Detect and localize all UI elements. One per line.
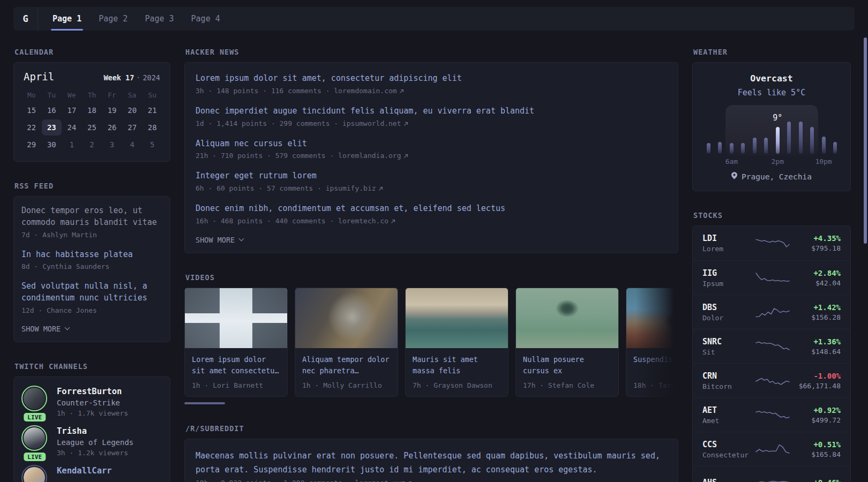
rss-item-title[interactable]: Donec tempor eros leo, ut commodo mauris…	[21, 205, 162, 229]
stock-id: IIG Ipsum	[702, 268, 752, 288]
video-title[interactable]: Lorem ipsum dolor sit amet consectetu…	[192, 354, 280, 376]
rss-item-title[interactable]: Sed volutpat nulla nisl, a condimentum n…	[21, 281, 162, 304]
hn-item-meta: 1d · 1,414 points · 299 comments · ipsum…	[196, 119, 667, 127]
tab-page-2[interactable]: Page 2	[97, 7, 129, 31]
calendar-day: 30	[42, 137, 62, 153]
dashboard-page: G Page 1 Page 2 Page 3 Page 4 CALENDAR	[0, 0, 868, 482]
stock-row[interactable]: IIG Ipsum +2.84% $42.04	[693, 260, 850, 295]
channel-meta: 3h · 1.2k viewers	[57, 449, 133, 457]
twitch-channel-row[interactable]: LIVE Trisha League of Legends 3h · 1.2k …	[23, 426, 161, 457]
video-card[interactable]: Suspendisse diam 18h · Tara	[626, 288, 678, 397]
twitch-channel-row[interactable]: LIVE ForrestBurton Counter-Strike 1h · 1…	[23, 387, 161, 417]
avatar[interactable]	[24, 388, 45, 409]
page-scrollbar[interactable]	[864, 37, 867, 244]
hn-item-title[interactable]: Integer eget rutrum lorem	[196, 170, 667, 182]
hn-item-domain[interactable]: ipsumworld.net	[342, 119, 401, 127]
subreddit-post-domain[interactable]: loremnet.xyz	[355, 479, 405, 482]
separator-dot: ·	[136, 73, 140, 82]
video-thumbnail-misty-field-figure[interactable]	[626, 288, 678, 348]
avatar[interactable]	[24, 427, 45, 449]
hn-item-title[interactable]: Lorem ipsum dolor sit amet, consectetur …	[196, 73, 667, 85]
video-meta: 1h · Molly Carrillo	[302, 381, 391, 389]
weather-hour-bar	[822, 137, 826, 154]
hn-item-meta: 3h · 148 points · 116 comments · loremdo…	[196, 87, 667, 95]
hn-item-domain[interactable]: loremlandia.org	[338, 152, 401, 160]
rss-card: Donec tempor eros leo, ut commodo mauris…	[13, 196, 170, 342]
subreddit-post-title[interactable]: Maecenas mollis pulvinar erat non posuer…	[196, 449, 667, 477]
hn-item-domain[interactable]: loremtech.co	[338, 217, 388, 225]
hn-item-title[interactable]: Donec imperdiet augue tincidunt felis al…	[196, 106, 667, 117]
weekday-label: Th	[82, 91, 102, 99]
stock-row[interactable]: LDI Lorem +4.35% $795.18	[693, 226, 850, 260]
tab-page-1[interactable]: Page 1	[51, 7, 83, 31]
section-title-rss: RSS FEED	[14, 181, 170, 191]
rss-item-title[interactable]: In hac habitasse platea	[21, 249, 162, 261]
calendar-day: 20	[122, 102, 143, 118]
section-title-weather: WEATHER	[693, 47, 851, 57]
videos-section: VIDEOS Lorem ipsum dolor sit amet consec…	[184, 273, 678, 404]
stock-row[interactable]: SNRC Sit +1.36% $148.64	[693, 329, 850, 363]
video-title[interactable]: Aliquam tempor dolor nec pharetra…	[302, 354, 391, 376]
hn-item-title[interactable]: Donec enim nibh, condimentum et accumsan…	[196, 203, 667, 215]
channel-name[interactable]: ForrestBurton	[57, 387, 128, 396]
stock-values: +4.35% $795.18	[794, 234, 841, 252]
stock-name: Amet	[702, 417, 752, 425]
page-tabs: Page 1 Page 2 Page 3 Page 4	[51, 7, 222, 31]
carousel-scrollbar[interactable]	[184, 402, 225, 404]
calendar-day: 15	[21, 102, 42, 118]
calendar-day: 16	[42, 102, 62, 118]
channel-info: KendallCarr	[57, 466, 112, 482]
section-title-calendar: CALENDAR	[14, 47, 170, 57]
stock-name: Bitcorn	[702, 382, 752, 390]
video-thumbnail-canoe-on-lake[interactable]	[516, 288, 618, 348]
hn-show-more-button[interactable]: SHOW MORE	[196, 236, 667, 244]
video-title[interactable]: Suspendisse diam	[633, 354, 678, 376]
peak-temperature-label: 9°	[773, 113, 782, 123]
tab-page-3[interactable]: Page 3	[143, 7, 175, 31]
stock-id: LDI Lorem	[702, 234, 752, 253]
video-card[interactable]: Aliquam tempor dolor nec pharetra… 1h · …	[295, 288, 398, 397]
channel-name[interactable]: KendallCarr	[57, 466, 112, 476]
weather-hour-bar	[833, 142, 837, 154]
video-title[interactable]: Mauris sit amet massa felis	[413, 354, 501, 376]
calendar-day: 23	[42, 119, 62, 135]
tab-page-4[interactable]: Page 4	[190, 7, 222, 31]
stock-row[interactable]: CRN Bitcorn -1.00% $66,171.48	[693, 363, 850, 397]
weather-hour-bar	[764, 138, 768, 154]
stock-row[interactable]: AHS +0.46%	[693, 466, 850, 482]
twitch-channel-row[interactable]: KendallCarr	[23, 466, 161, 482]
calendar-grid: 1516171819202122232425262728293012345	[21, 102, 162, 153]
avatar[interactable]	[24, 467, 45, 482]
calendar-day: 26	[102, 119, 122, 135]
video-card[interactable]: Nullam posuere cursus ex 17h · Stefan Co…	[515, 288, 619, 397]
stock-price: $66,171.48	[794, 382, 841, 390]
hacker-news-card: Lorem ipsum dolor sit amet, consectetur …	[184, 62, 678, 253]
video-thumbnail-boat-wake-city-sea[interactable]	[406, 288, 508, 348]
hn-item-title[interactable]: Aliquam nec cursus elit	[196, 138, 667, 150]
stock-sparkline	[755, 338, 790, 355]
hn-item-domain[interactable]: ipsumify.biz	[326, 184, 376, 192]
channel-game: League of Legends	[57, 438, 133, 447]
video-thumbnail-concrete-towers-sky[interactable]	[185, 288, 287, 348]
stock-sparkline	[755, 441, 790, 457]
video-title[interactable]: Nullam posuere cursus ex	[523, 354, 611, 376]
channel-game: Counter-Strike	[57, 398, 128, 407]
video-info: Aliquam tempor dolor nec pharetra… 1h · …	[295, 348, 398, 396]
subreddit-section: /R/SUBREDDIT Maecenas mollis pulvinar er…	[184, 424, 678, 482]
subreddit-post-meta: 19h · 9,932 points · 1,090 comments · lo…	[196, 479, 667, 482]
weather-location-row[interactable]: Prague, Czechia	[693, 172, 850, 181]
video-card[interactable]: Mauris sit amet massa felis 7h · Grayson…	[405, 288, 508, 397]
stock-values: +0.92% $499.72	[794, 406, 841, 424]
stock-row[interactable]: CCS Consectetur +0.51% $165.84	[693, 432, 850, 466]
video-thumbnail-hands-holding-camera[interactable]	[295, 288, 398, 348]
video-card[interactable]: Lorem ipsum dolor sit amet consectetu… 1…	[184, 288, 288, 397]
stock-row[interactable]: DBS Dolor +1.42% $156.28	[693, 295, 850, 329]
stock-row[interactable]: AET Amet +0.92% $499.72	[693, 397, 850, 432]
hn-meta-text: 1d · 1,414 points · 299 comments ·	[196, 119, 342, 127]
hn-item-domain[interactable]: loremdomain.com	[334, 87, 396, 95]
external-link-icon	[403, 119, 408, 127]
app-logo[interactable]: G	[13, 7, 38, 31]
rss-show-more-button[interactable]: SHOW MORE	[21, 325, 162, 333]
channel-name[interactable]: Trisha	[57, 426, 133, 436]
avatar-wrap	[23, 466, 47, 482]
